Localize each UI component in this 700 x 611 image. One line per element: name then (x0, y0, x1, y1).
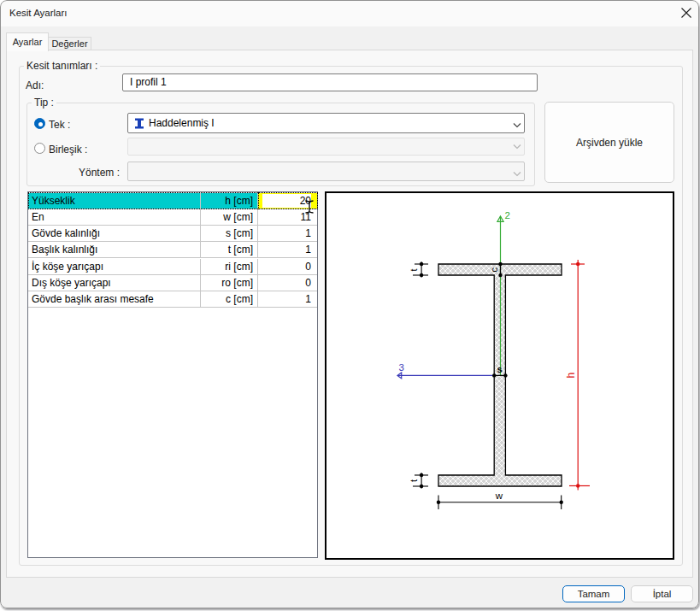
svg-text:s: s (497, 364, 502, 374)
svg-text:3: 3 (399, 362, 404, 373)
svg-text:t: t (409, 479, 419, 482)
svg-text:t: t (409, 268, 419, 271)
svg-text:w: w (495, 491, 503, 501)
svg-text:h: h (565, 373, 577, 379)
svg-text:c: c (489, 267, 499, 272)
svg-text:2: 2 (505, 210, 510, 220)
